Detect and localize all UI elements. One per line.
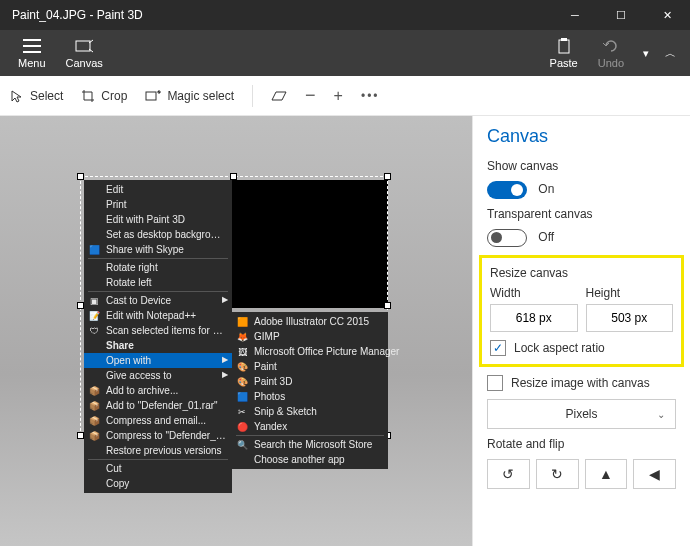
context-menu-item[interactable]: Share with Skype🟦 — [84, 242, 232, 257]
magic-icon — [145, 89, 161, 103]
canvas-button[interactable]: Canvas — [56, 35, 113, 71]
show-canvas-toggle[interactable] — [487, 181, 527, 199]
checkbox-unchecked-icon — [487, 375, 503, 391]
resize-image-with-canvas[interactable]: Resize image with canvas — [487, 375, 676, 391]
canvas-label: Canvas — [66, 57, 103, 69]
height-input[interactable] — [586, 304, 674, 332]
minimize-button[interactable]: ─ — [552, 0, 598, 30]
undo-label: Undo — [598, 57, 624, 69]
crop-label: Crop — [101, 89, 127, 103]
resize-handle[interactable] — [230, 173, 237, 180]
maximize-button[interactable]: ☐ — [598, 0, 644, 30]
ribbon: Menu Canvas Paste Undo ▾ ︿ — [0, 30, 690, 76]
lock-aspect-ratio[interactable]: ✓ Lock aspect ratio — [490, 340, 673, 356]
submenu-item[interactable]: Yandex🔴 — [232, 419, 388, 434]
resize-handle[interactable] — [77, 302, 84, 309]
submenu-item[interactable]: Adobe Illustrator CC 2015🟧 — [232, 314, 388, 329]
more-tools[interactable]: ••• — [361, 89, 380, 103]
submenu-item[interactable]: Photos🟦 — [232, 389, 388, 404]
submenu-item[interactable]: Paint 3D🎨 — [232, 374, 388, 389]
zoom-out[interactable]: − — [305, 85, 316, 106]
context-menu-item[interactable]: Set as desktop background — [84, 227, 232, 242]
context-menu-item[interactable]: Print — [84, 197, 232, 212]
select-tool[interactable]: Select — [10, 89, 63, 103]
paste-button[interactable]: Paste — [540, 35, 588, 71]
units-dropdown[interactable]: Pixels ⌄ — [487, 399, 676, 429]
zoom-in[interactable]: + — [334, 87, 343, 105]
transparent-canvas-toggle[interactable] — [487, 229, 527, 247]
context-menu-item[interactable]: Compress to "Defender_01.rar" and email📦 — [84, 428, 232, 443]
magic-select-tool[interactable]: Magic select — [145, 89, 234, 103]
context-menu-item[interactable]: Cut — [84, 461, 232, 476]
context-menu-item[interactable]: Compress and email...📦 — [84, 413, 232, 428]
collapse-ribbon[interactable]: ︿ — [658, 30, 682, 76]
show-canvas-label: Show canvas — [487, 159, 676, 173]
toggle-on-label: On — [538, 182, 554, 196]
crop-tool[interactable]: Crop — [81, 89, 127, 103]
titlebar: Paint_04.JPG - Paint 3D ─ ☐ ✕ — [0, 0, 690, 30]
resize-handle[interactable] — [384, 173, 391, 180]
context-menu[interactable]: EditPrintEdit with Paint 3DSet as deskto… — [84, 180, 232, 493]
resize-canvas-label: Resize canvas — [490, 266, 673, 280]
context-menu-item[interactable]: Open with▶ — [84, 353, 232, 368]
context-menu-item[interactable]: Give access to▶ — [84, 368, 232, 383]
rotate-flip-label: Rotate and flip — [487, 437, 676, 451]
window-title: Paint_04.JPG - Paint 3D — [12, 8, 143, 22]
svg-rect-1 — [23, 45, 41, 47]
width-label: Width — [490, 286, 578, 300]
context-menu-item[interactable]: Edit with Notepad++📝 — [84, 308, 232, 323]
svg-rect-0 — [23, 39, 41, 41]
sidebar-title: Canvas — [487, 126, 676, 147]
width-input[interactable] — [490, 304, 578, 332]
undo-button[interactable]: Undo — [588, 35, 634, 71]
close-button[interactable]: ✕ — [644, 0, 690, 30]
context-menu-item[interactable]: Rotate left — [84, 275, 232, 290]
context-menu-item[interactable]: Restore previous versions — [84, 443, 232, 458]
canvas-stage[interactable]: EditPrintEdit with Paint 3DSet as deskto… — [0, 116, 472, 546]
toggle-off-label: Off — [538, 230, 554, 244]
context-menu-item[interactable]: Copy — [84, 476, 232, 491]
resize-handle[interactable] — [77, 173, 84, 180]
svg-rect-3 — [76, 41, 90, 51]
rotate-left-button[interactable]: ↺ — [487, 459, 530, 489]
context-menu-item[interactable]: Edit with Paint 3D — [84, 212, 232, 227]
context-menu-item[interactable]: Add to archive...📦 — [84, 383, 232, 398]
resize-img-label: Resize image with canvas — [511, 376, 650, 390]
open-with-submenu[interactable]: Adobe Illustrator CC 2015🟧GIMP🦊Microsoft… — [232, 312, 388, 469]
3d-view-tool[interactable] — [271, 90, 287, 102]
menu-button[interactable]: Menu — [8, 35, 56, 71]
toolbar: Select Crop Magic select − + ••• — [0, 76, 690, 116]
magic-label: Magic select — [167, 89, 234, 103]
submenu-item[interactable]: Paint🎨 — [232, 359, 388, 374]
context-menu-item[interactable]: Cast to Device▣▶ — [84, 293, 232, 308]
resize-handle[interactable] — [77, 432, 84, 439]
paste-label: Paste — [550, 57, 578, 69]
chevron-down-icon: ⌄ — [657, 409, 665, 420]
menu-icon — [23, 37, 41, 55]
svg-rect-6 — [146, 92, 156, 100]
context-menu-item[interactable]: Scan selected items for viruses🛡 — [84, 323, 232, 338]
resize-handle[interactable] — [384, 302, 391, 309]
height-label: Height — [586, 286, 674, 300]
units-value: Pixels — [565, 407, 597, 421]
context-menu-item[interactable]: Add to "Defender_01.rar"📦 — [84, 398, 232, 413]
context-menu-item[interactable]: Share — [84, 338, 232, 353]
paste-icon — [556, 37, 572, 55]
flip-horizontal-button[interactable]: ▲ — [585, 459, 628, 489]
resize-canvas-section: Resize canvas Width Height ✓ Lock aspect… — [479, 255, 684, 367]
menu-label: Menu — [18, 57, 46, 69]
submenu-item[interactable]: Search the Microsoft Store🔍 — [232, 437, 388, 452]
canvas-sidebar: Canvas Show canvas On Transparent canvas… — [472, 116, 690, 546]
context-menu-item[interactable]: Rotate right — [84, 260, 232, 275]
context-menu-item[interactable]: Edit — [84, 182, 232, 197]
submenu-item[interactable]: Microsoft Office Picture Manager🖼 — [232, 344, 388, 359]
submenu-item[interactable]: Snip & Sketch✂ — [232, 404, 388, 419]
undo-icon — [602, 37, 620, 55]
submenu-item[interactable]: Choose another app — [232, 452, 388, 467]
rotate-right-button[interactable]: ↻ — [536, 459, 579, 489]
history-dropdown[interactable]: ▾ — [634, 30, 658, 76]
submenu-item[interactable]: GIMP🦊 — [232, 329, 388, 344]
cursor-icon — [10, 89, 24, 103]
crop-icon — [81, 89, 95, 103]
flip-vertical-button[interactable]: ◀ — [633, 459, 676, 489]
